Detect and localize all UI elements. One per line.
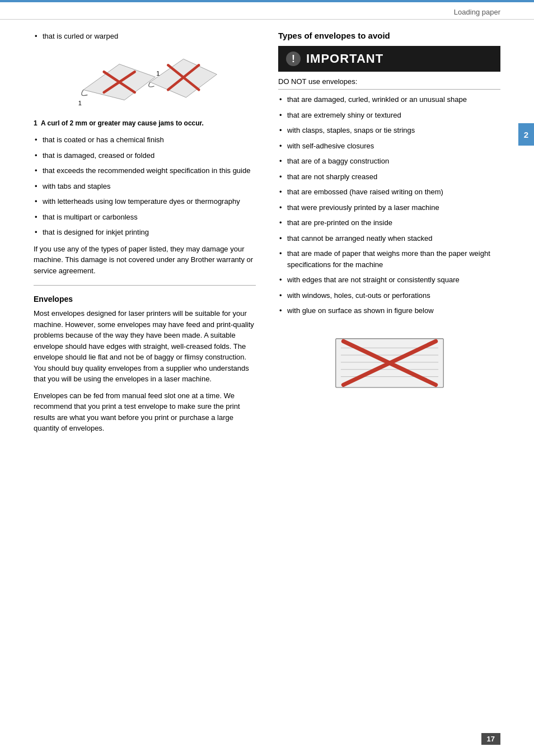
list-item: that are pre-printed on the inside xyxy=(278,217,500,228)
caption-text: A curl of 2 mm or greater may cause jams… xyxy=(41,119,204,127)
list-item: that are extremely shiny or textured xyxy=(278,110,500,121)
curl-diagram: 1 1 xyxy=(72,49,218,110)
svg-text:1: 1 xyxy=(78,99,81,106)
right-bullet-list: that are damaged, curled, wrinkled or an… xyxy=(278,94,500,316)
page-number: 17 xyxy=(481,733,500,745)
list-item: that is coated or has a chemical finish xyxy=(34,134,256,146)
curl-image-container: 1 1 xyxy=(34,49,256,112)
right-column: Types of envelopes to avoid ! IMPORTANT … xyxy=(278,31,500,440)
list-item: with letterheads using low temperature d… xyxy=(34,196,256,207)
curl-caption: 1 A curl of 2 mm or greater may cause ja… xyxy=(34,119,256,128)
list-item: that is designed for inkjet printing xyxy=(34,227,256,238)
list-item: that is curled or warped xyxy=(34,31,256,42)
list-item: with self-adhesive closures xyxy=(278,141,500,152)
list-item: that exceeds the recommended weight spec… xyxy=(34,165,256,176)
important-label: IMPORTANT xyxy=(306,52,383,66)
envelope-diagram-container xyxy=(278,325,500,400)
header: Loading paper xyxy=(0,2,534,20)
bullet-list-after-image: that is coated or has a chemical finish … xyxy=(34,134,256,238)
important-box: ! IMPORTANT xyxy=(278,46,500,72)
chapter-badge: 2 xyxy=(518,123,534,146)
list-item: that are embossed (have raised writing o… xyxy=(278,186,500,198)
header-title: Loading paper xyxy=(454,8,500,16)
list-item: that is multipart or carbonless xyxy=(34,212,256,223)
list-item: that cannot be arranged neatly when stac… xyxy=(278,233,500,244)
list-item: that are not sharply creased xyxy=(278,171,500,183)
content: that is curled or warped 1 xyxy=(0,20,534,451)
list-item: that is damaged, creased or folded xyxy=(34,150,256,161)
envelope-diagram xyxy=(328,325,451,398)
envelopes-para1: Most envelopes designed for laser printe… xyxy=(34,308,256,385)
page: Loading paper 2 that is curled or warped xyxy=(0,0,534,756)
caption-number: 1 xyxy=(34,119,41,127)
envelopes-section-title: Envelopes xyxy=(34,295,256,304)
list-item: with edges that are not straight or cons… xyxy=(278,274,500,286)
list-item: that are made of paper that weighs more … xyxy=(278,248,500,270)
list-item: that are of a baggy construction xyxy=(278,156,500,167)
right-section-title: Types of envelopes to avoid xyxy=(278,31,500,40)
list-item: with tabs and staples xyxy=(34,181,256,192)
list-item: that are damaged, curled, wrinkled or an… xyxy=(278,94,500,105)
list-item: that were previously printed by a laser … xyxy=(278,202,500,213)
list-item: with windows, holes, cut-outs or perfora… xyxy=(278,290,500,301)
important-icon: ! xyxy=(286,52,301,66)
exclamation-icon: ! xyxy=(292,53,295,65)
left-column: that is curled or warped 1 xyxy=(34,31,256,440)
warning-paragraph: If you use any of the types of paper lis… xyxy=(34,244,256,277)
envelopes-para2: Envelopes can be fed from manual feed sl… xyxy=(34,390,256,434)
section-divider xyxy=(34,285,256,286)
list-item: with glue on surface as shown in figure … xyxy=(278,305,500,316)
list-item: with clasps, staples, snaps or tie strin… xyxy=(278,125,500,136)
do-not-line: DO NOT use envelopes: xyxy=(278,77,500,90)
